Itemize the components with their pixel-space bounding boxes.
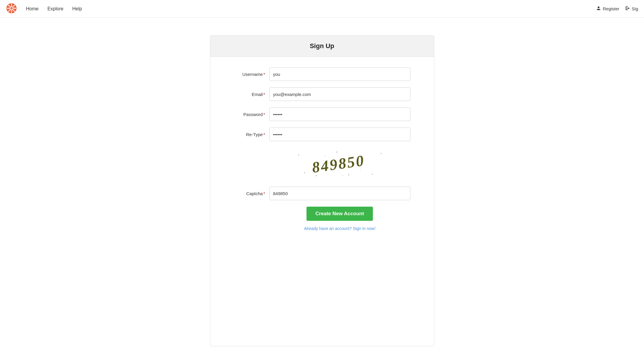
logo[interactable] — [6, 3, 17, 15]
nav-explore[interactable]: Explore — [47, 6, 63, 12]
register-button[interactable]: Register — [596, 6, 619, 12]
signup-card: Sign Up Username* Email* Passwor — [210, 35, 434, 346]
password-row: Password* — [234, 107, 410, 121]
svg-point-11 — [298, 155, 299, 156]
username-row: Username* — [234, 67, 410, 81]
email-row: Email* — [234, 87, 410, 101]
signin-button[interactable]: Sig — [625, 6, 638, 12]
create-account-button[interactable]: Create New Account — [307, 207, 373, 221]
captcha-image: 849850 — [290, 148, 390, 180]
svg-point-16 — [304, 172, 305, 173]
email-label: Email* — [234, 92, 269, 97]
svg-point-14 — [372, 174, 373, 175]
captcha-label: Captcha* — [234, 191, 269, 196]
svg-point-21 — [343, 175, 343, 176]
svg-point-12 — [381, 153, 381, 154]
retype-field[interactable] — [269, 128, 410, 141]
user-icon — [596, 6, 601, 12]
register-label: Register — [603, 6, 619, 11]
captcha-field[interactable] — [269, 187, 410, 200]
required-star-password: * — [263, 112, 265, 117]
svg-point-13 — [336, 152, 337, 153]
required-star-captcha: * — [263, 191, 265, 196]
nav-links: Home Explore Help — [26, 6, 596, 12]
navbar: Home Explore Help Register Sig — [0, 0, 644, 18]
signin-label: Sig — [632, 6, 638, 11]
captcha-row: Captcha* — [234, 187, 410, 200]
retype-label: Re-Type* — [234, 132, 269, 137]
password-field[interactable] — [269, 107, 410, 121]
signin-link[interactable]: Already have an account? Sign in now! — [304, 226, 375, 231]
required-star-retype: * — [263, 132, 265, 137]
svg-point-19 — [325, 156, 325, 157]
card-body: Username* Email* Password* — [210, 57, 434, 243]
svg-text:849850: 849850 — [311, 152, 366, 176]
required-star: * — [263, 72, 265, 77]
signin-icon — [625, 6, 630, 12]
required-star-email: * — [263, 92, 265, 97]
nav-help[interactable]: Help — [72, 6, 82, 12]
button-row: Create New Account Already have an accou… — [234, 207, 410, 231]
username-field[interactable] — [269, 67, 410, 81]
retype-row: Re-Type* — [234, 128, 410, 141]
username-label: Username* — [234, 72, 269, 77]
nav-right: Register Sig — [596, 6, 638, 12]
password-label: Password* — [234, 112, 269, 117]
captcha-image-row: 849850 — [234, 148, 410, 180]
svg-point-17 — [348, 174, 349, 175]
page-title: Sign Up — [216, 42, 428, 50]
nav-home[interactable]: Home — [26, 6, 39, 12]
card-header: Sign Up — [210, 36, 434, 57]
page: Sign Up Username* Email* Passwor — [0, 18, 644, 364]
svg-point-20 — [360, 169, 361, 170]
email-field[interactable] — [269, 87, 410, 101]
